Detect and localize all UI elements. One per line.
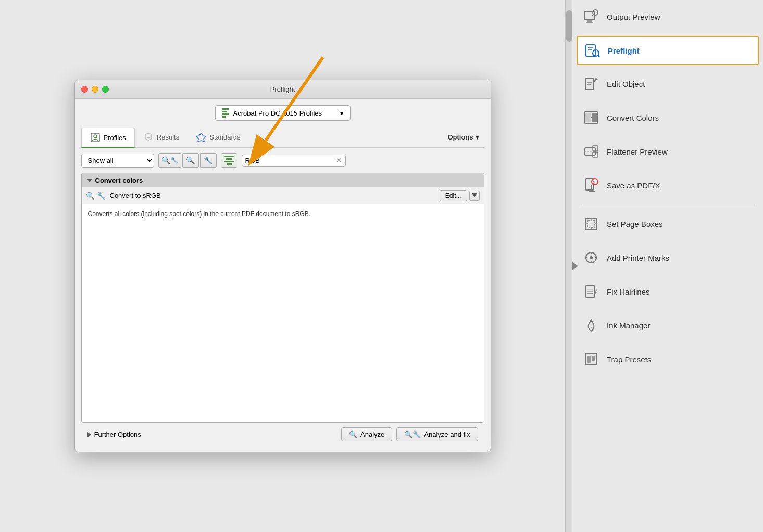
analyze-label: Analyze <box>360 430 384 438</box>
options-button[interactable]: Options ▾ <box>442 130 484 144</box>
close-button[interactable] <box>81 86 88 93</box>
trap-presets-icon <box>583 351 599 368</box>
options-arrow: ▾ <box>476 133 479 141</box>
item-description: Converts all colors (including spot colo… <box>82 204 484 226</box>
sidebar-separator-1 <box>581 205 755 205</box>
tab-standards[interactable]: Standards <box>187 128 248 148</box>
sidebar-item-fix-hairlines[interactable]: Fix Hairlines <box>572 275 763 309</box>
profile-dropdown-container: Acrobat Pro DC 2015 Profiles ▾ <box>81 105 484 121</box>
sidebar-item-add-printer-marks[interactable]: Add Printer Marks <box>572 241 763 275</box>
tool-search-button[interactable]: 🔍 <box>182 153 199 168</box>
analyze-fix-label: Analyze and fix <box>424 430 470 438</box>
sidebar-item-ink-manager-label: Ink Manager <box>607 321 650 330</box>
svg-rect-55 <box>585 353 597 365</box>
sidebar-item-flattener-preview[interactable]: Flattener Preview <box>572 135 763 169</box>
bars-icon <box>222 108 229 118</box>
ink-manager-icon <box>583 317 599 334</box>
save-as-pdfx-icon: X <box>583 177 599 194</box>
list-area: Convert colors 🔍 🔧 Convert to sRGB Edit.… <box>81 173 484 423</box>
fix-hairlines-icon <box>583 283 599 300</box>
window-titlebar: Preflight <box>75 80 491 99</box>
sidebar-item-trap-presets-label: Trap Presets <box>607 355 651 364</box>
svg-point-3 <box>94 135 97 138</box>
sidebar-scrollbar[interactable] <box>565 0 572 532</box>
expand-arrow-icon <box>472 193 477 198</box>
sidebar-item-save-as-pdfx-label: Save as PDF/X <box>607 181 660 190</box>
maximize-button[interactable] <box>102 86 109 93</box>
set-page-boxes-icon <box>583 216 599 232</box>
search-box: ✕ <box>242 155 346 167</box>
expand-button[interactable] <box>469 191 480 201</box>
profile-dropdown-button[interactable]: Acrobat Pro DC 2015 Profiles ▾ <box>215 105 351 121</box>
flattener-preview-icon <box>583 143 599 160</box>
edit-button[interactable]: Edit... <box>440 190 467 201</box>
sidebar-item-preflight-label: Preflight <box>608 46 640 55</box>
tool-magnify-wrench-button[interactable]: 🔍 🔧 <box>158 153 181 168</box>
preflight-icon <box>584 42 601 59</box>
minimize-button[interactable] <box>92 86 98 93</box>
sidebar-item-edit-object[interactable]: Edit Object <box>572 67 763 101</box>
sidebar-expand-arrow-icon[interactable] <box>572 262 578 270</box>
dropdown-arrow: ▾ <box>340 109 344 117</box>
profile-dropdown-label: Acrobat Pro DC 2015 Profiles <box>233 109 322 117</box>
item-label: Convert to sRGB <box>110 187 440 204</box>
sidebar-item-ink-manager[interactable]: Ink Manager <box>572 309 763 343</box>
bottom-buttons: 🔍 Analyze 🔍🔧 Analyze and fix <box>341 427 478 441</box>
convert-colors-icon <box>583 109 599 126</box>
tab-profiles[interactable]: Profiles <box>81 128 135 148</box>
window-title: Preflight <box>270 85 295 93</box>
item-wrench-icon: 🔧 <box>97 192 106 200</box>
sidebar-item-fix-hairlines-label: Fix Hairlines <box>607 287 650 296</box>
list-section-header[interactable]: Convert colors <box>82 173 484 187</box>
edit-object-icon <box>583 75 599 92</box>
svg-text:X: X <box>593 180 596 185</box>
further-options-row: Further Options 🔍 Analyze 🔍🔧 Analyze and… <box>81 423 484 446</box>
add-printer-marks-icon <box>583 249 599 266</box>
tab-results-label: Results <box>157 133 179 141</box>
bars-tool-button[interactable] <box>221 153 237 168</box>
svg-rect-56 <box>587 356 591 363</box>
analyze-search-icon: 🔍 <box>349 430 357 438</box>
sidebar-item-flattener-preview-label: Flattener Preview <box>607 147 668 156</box>
scrollbar-thumb <box>566 10 572 42</box>
search-input[interactable] <box>245 157 334 164</box>
toolbar-icons: 🔍 🔧 🔍 🔧 <box>158 153 217 168</box>
svg-rect-8 <box>587 20 592 22</box>
results-icon <box>143 132 154 143</box>
tab-results[interactable]: Results <box>135 128 187 148</box>
sidebar-item-edit-object-label: Edit Object <box>607 80 645 88</box>
sidebar-item-output-preview[interactable]: Output Preview <box>572 0 763 34</box>
sidebar-item-convert-colors[interactable]: Convert Colors <box>572 101 763 135</box>
section-collapse-icon <box>87 179 92 182</box>
svg-rect-24 <box>592 113 597 122</box>
tabs-row: Profiles Results Standards <box>81 127 484 148</box>
sidebar-wrapper: Output Preview Preflight <box>565 0 763 532</box>
sidebar-item-add-printer-marks-label: Add Printer Marks <box>607 254 669 262</box>
sidebar-item-trap-presets[interactable]: Trap Presets <box>572 343 763 376</box>
further-options-label: Further Options <box>94 430 141 438</box>
traffic-lights <box>81 86 109 93</box>
sidebar-nav: Output Preview Preflight <box>572 0 763 532</box>
tool-wrench-button[interactable]: 🔧 <box>200 153 217 168</box>
toolbar-row: Show all 🔍 🔧 🔍 🔧 <box>81 153 484 168</box>
tab-standards-label: Standards <box>209 133 240 141</box>
standards-icon <box>196 132 206 143</box>
analyze-fix-button[interactable]: 🔍🔧 Analyze and fix <box>396 427 478 441</box>
sidebar-item-convert-colors-label: Convert Colors <box>607 113 659 122</box>
window-content: Acrobat Pro DC 2015 Profiles ▾ Profiles <box>75 99 491 452</box>
analyze-button[interactable]: 🔍 Analyze <box>341 427 392 441</box>
svg-rect-37 <box>587 220 595 227</box>
svg-rect-9 <box>586 22 593 23</box>
tab-profiles-label: Profiles <box>104 134 126 142</box>
search-clear-button[interactable]: ✕ <box>336 157 342 164</box>
svg-line-14 <box>598 55 599 57</box>
svg-marker-5 <box>196 133 206 142</box>
svg-rect-57 <box>592 356 595 361</box>
show-all-select[interactable]: Show all <box>81 154 154 168</box>
profiles-icon <box>90 132 101 143</box>
item-description-text: Converts all colors (including spot colo… <box>88 210 311 218</box>
further-options-expand-icon <box>87 432 91 437</box>
sidebar-item-save-as-pdfx[interactable]: X Save as PDF/X <box>572 169 763 202</box>
sidebar-item-set-page-boxes[interactable]: Set Page Boxes <box>572 207 763 241</box>
sidebar-item-preflight[interactable]: Preflight <box>577 36 759 65</box>
